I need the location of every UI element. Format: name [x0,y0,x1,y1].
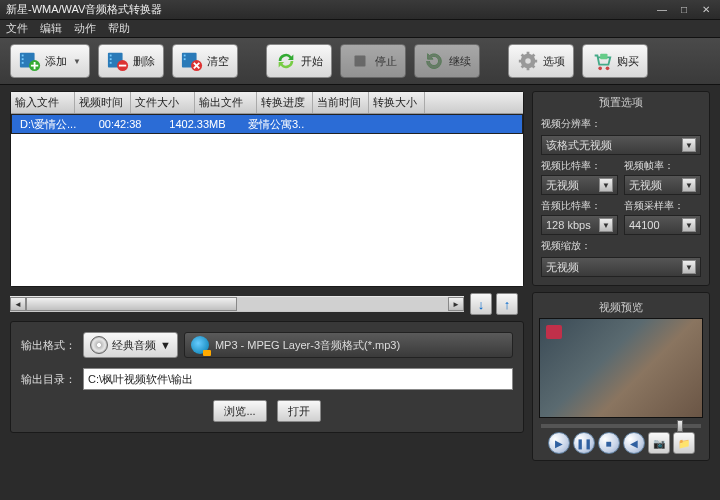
menu-edit[interactable]: 编辑 [40,21,62,36]
table-row[interactable]: D:\爱情公... 00:42:38 1402.33MB 爱情公寓3... [11,114,523,134]
video-zoom-select[interactable]: 无视频▼ [541,257,701,277]
film-remove-icon [107,50,129,72]
audio-sample-select[interactable]: 44100▼ [624,215,701,235]
start-label: 开始 [301,54,323,69]
toolbar: 添加▼ 删除 清空 开始 停止 继续 选项 购买 [0,38,720,85]
file-table: 输入文件 视频时间 文件大小 输出文件 转换进度 当前时间 转换大小 D:\爱情… [10,91,524,287]
resume-button[interactable]: 继续 [414,44,480,78]
preset-title: 预置选项 [533,92,709,113]
output-dir-input[interactable] [83,368,513,390]
remove-label: 删除 [133,54,155,69]
horizontal-scrollbar[interactable]: ◄ ► [10,296,464,312]
svg-rect-12 [184,58,186,60]
pause-button[interactable]: ❚❚ [573,432,595,454]
svg-rect-11 [184,55,186,57]
video-bitrate-select[interactable]: 无视频▼ [541,175,618,195]
stop-label: 停止 [375,54,397,69]
preview-title: 视频预览 [539,297,703,318]
cart-icon [591,50,613,72]
svg-rect-2 [22,58,24,60]
stop-button[interactable]: 停止 [340,44,406,78]
move-down-button[interactable]: ↓ [470,293,492,315]
cd-icon [90,336,108,354]
clear-label: 清空 [207,54,229,69]
close-button[interactable]: ✕ [698,4,714,16]
window-title: 新星-WMA/WAV音频格式转换器 [6,2,162,17]
clear-button[interactable]: 清空 [172,44,238,78]
refresh-icon [275,50,297,72]
preset-panel: 预置选项 视频分辨率： 该格式无视频▼ 视频比特率： 无视频▼ 视频帧率： 无视… [532,91,710,286]
svg-rect-3 [22,62,24,64]
add-label: 添加 [45,54,67,69]
table-body[interactable]: D:\爱情公... 00:42:38 1402.33MB 爱情公寓3... [11,114,523,286]
remove-button[interactable]: 删除 [98,44,164,78]
svg-point-17 [598,67,602,71]
stop-preview-button[interactable]: ■ [598,432,620,454]
svg-rect-1 [22,55,24,57]
svg-rect-7 [110,58,112,60]
menu-file[interactable]: 文件 [6,21,28,36]
buy-button[interactable]: 购买 [582,44,648,78]
preview-image [539,318,703,418]
output-dir-label: 输出目录： [21,372,77,387]
menu-help[interactable]: 帮助 [108,21,130,36]
titlebar: 新星-WMA/WAV音频格式转换器 — □ ✕ [0,0,720,20]
maximize-button[interactable]: □ [676,4,692,16]
gear-icon [517,50,539,72]
options-label: 选项 [543,54,565,69]
svg-rect-6 [110,55,112,57]
svg-rect-19 [600,54,607,60]
preview-panel: 视频预览 ▶ ❚❚ ■ ◀ 📷 📁 [532,292,710,461]
snapshot-button[interactable]: 📷 [648,432,670,454]
svg-point-18 [606,67,610,71]
chevron-down-icon: ▼ [73,57,81,66]
film-clear-icon [181,50,203,72]
chevron-down-icon: ▼ [682,138,696,152]
browse-button[interactable]: 浏览... [213,400,266,422]
category-select[interactable]: 经典音频 ▼ [83,332,178,358]
add-button[interactable]: 添加▼ [10,44,90,78]
output-format-label: 输出格式： [21,338,77,353]
svg-rect-14 [354,56,365,67]
film-add-icon [19,50,41,72]
menubar: 文件 编辑 动作 帮助 [0,20,720,38]
volume-button[interactable]: ◀ [623,432,645,454]
open-button[interactable]: 打开 [277,400,321,422]
minimize-button[interactable]: — [654,4,670,16]
format-select[interactable]: MP3 - MPEG Layer-3音频格式(*.mp3) [184,332,513,358]
seek-slider[interactable] [541,424,701,428]
scroll-left-icon[interactable]: ◄ [10,297,26,311]
folder-button[interactable]: 📁 [673,432,695,454]
audio-bitrate-select[interactable]: 128 kbps▼ [541,215,618,235]
table-header: 输入文件 视频时间 文件大小 输出文件 转换进度 当前时间 转换大小 [11,92,523,114]
chevron-down-icon: ▼ [160,339,171,351]
resume-icon [423,50,445,72]
output-panel: 输出格式： 经典音频 ▼ MP3 - MPEG Layer-3音频格式(*.mp… [10,321,524,433]
move-up-button[interactable]: ↑ [496,293,518,315]
menu-action[interactable]: 动作 [74,21,96,36]
resume-label: 继续 [449,54,471,69]
mp3-icon [191,336,209,354]
options-button[interactable]: 选项 [508,44,574,78]
buy-label: 购买 [617,54,639,69]
video-fps-select[interactable]: 无视频▼ [624,175,701,195]
scroll-right-icon[interactable]: ► [448,297,464,311]
resolution-select[interactable]: 该格式无视频▼ [541,135,701,155]
svg-rect-8 [110,62,112,64]
start-button[interactable]: 开始 [266,44,332,78]
stop-icon [349,50,371,72]
play-button[interactable]: ▶ [548,432,570,454]
svg-point-16 [525,58,531,64]
